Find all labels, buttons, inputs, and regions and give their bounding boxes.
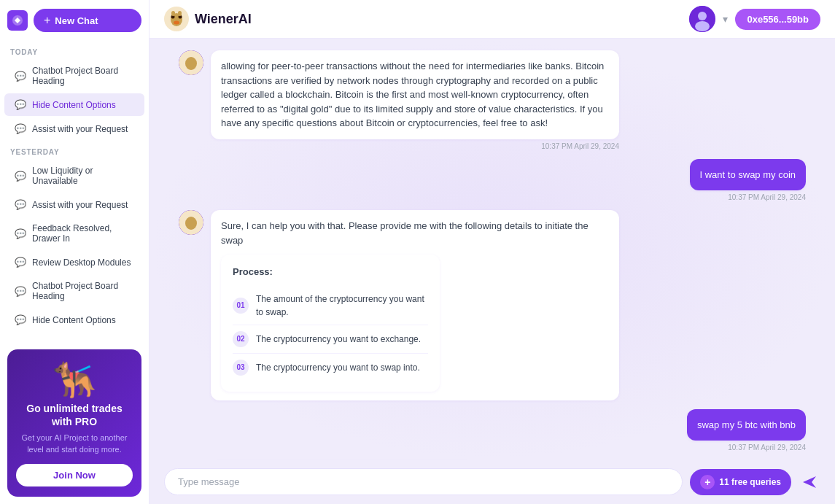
message-input[interactable] [178, 476, 669, 487]
chat-item-label: Low Liquidity or Unavailable [32, 166, 134, 186]
chat-icon: 💬 [15, 123, 26, 134]
wallet-address-button[interactable]: 0xe556...59bb [735, 9, 820, 30]
message-text: I want to swap my coin [700, 169, 796, 180]
brand-logo-icon [164, 7, 189, 31]
plus-icon: + [44, 14, 50, 27]
pro-banner: 🐕‍🦺 Go unlimited trades with PRO Get you… [7, 349, 141, 497]
process-step-3: 03 The cryptocurrency you want to swap i… [233, 354, 428, 381]
chat-item-label: Hide Content Options [32, 315, 116, 325]
main-chat-area: WienerAI ▾ 0xe556...59bb allowing for pe… [149, 0, 835, 504]
message-bubble-swap-help: Sure, I can help you with that. Please p… [211, 210, 619, 400]
step-text-1: The amount of the cryptocurrency you wan… [256, 292, 428, 319]
svg-point-9 [698, 12, 707, 20]
user-avatar[interactable] [689, 6, 715, 32]
svg-point-12 [185, 57, 197, 70]
chat-icon: 💬 [15, 286, 26, 297]
brand: WienerAI [164, 7, 252, 31]
pro-mascot: 🐕‍🦺 [16, 360, 133, 400]
process-step-2: 02 The cryptocurrency you want to exchan… [233, 325, 428, 354]
chat-item-label: Feedback Resolved, Drawer In [32, 223, 134, 244]
message-row-swap-request: I want to swap my coin 10:37 PM April 29… [179, 159, 806, 202]
message-wrapper: Sure, I can help you with that. Please p… [211, 210, 619, 400]
chat-item-label: Hide Content Options [32, 100, 116, 110]
input-bar: + 11 free queries [149, 460, 835, 504]
queries-label: 11 free queries [719, 477, 781, 487]
step-text-2: The cryptocurrency you want to exchange. [256, 333, 421, 346]
message-wrapper: allowing for peer-to-peer transactions w… [211, 50, 619, 150]
chat-icon: 💬 [15, 228, 26, 239]
chat-item-label: Chatbot Project Board Heading [32, 66, 134, 86]
message-text: swap my 5 btc with bnb [697, 419, 796, 430]
svg-point-14 [185, 217, 197, 230]
topbar-right: ▾ 0xe556...59bb [689, 6, 820, 32]
assistant-avatar [179, 50, 203, 75]
topbar: WienerAI ▾ 0xe556...59bb [149, 0, 835, 39]
step-number-3: 03 [233, 360, 249, 376]
plus-symbol: + [704, 476, 710, 488]
today-chat-item-2[interactable]: 💬 Hide Content Options [4, 93, 144, 116]
yesterday-chat-item-6[interactable]: 💬 Hide Content Options [4, 309, 144, 331]
message-time: 10:37 PM April 29, 2024 [728, 443, 806, 451]
pro-title: Go unlimited trades with PRO [16, 402, 133, 428]
avatar-dropdown-icon[interactable]: ▾ [723, 13, 728, 25]
svg-rect-6 [171, 11, 175, 16]
svg-rect-7 [178, 11, 182, 16]
message-input-wrap [164, 468, 683, 495]
send-button[interactable] [799, 471, 820, 493]
chat-item-label: Chatbot Project Board Heading [32, 281, 134, 301]
message-time: 10:37 PM April 29, 2024 [211, 142, 619, 150]
sidebar-header: + New Chat [0, 0, 149, 41]
assistant-avatar [179, 210, 203, 235]
step-text-3: The cryptocurrency you want to swap into… [256, 361, 420, 374]
chat-icon: 💬 [15, 71, 26, 82]
process-card: Process: 01 The amount of the cryptocurr… [221, 255, 440, 392]
svg-point-5 [174, 21, 179, 25]
yesterday-chat-item-1[interactable]: 💬 Low Liquidity or Unavailable [4, 160, 144, 192]
process-step-1: 01 The amount of the cryptocurrency you … [233, 287, 428, 325]
message-row-swap-help: Sure, I can help you with that. Please p… [179, 210, 806, 400]
chat-item-label: Assist with your Request [32, 124, 128, 134]
queries-badge[interactable]: + 11 free queries [690, 469, 791, 495]
message-text: Sure, I can help you with that. Please p… [221, 220, 589, 246]
join-now-button[interactable]: Join Now [16, 464, 133, 486]
chat-item-label: Assist with your Request [32, 200, 128, 210]
yesterday-chat-item-5[interactable]: 💬 Chatbot Project Board Heading [4, 275, 144, 307]
step-number-1: 01 [233, 298, 249, 314]
pro-subtitle: Get your AI Project to another level and… [16, 433, 133, 455]
message-row-swap-btc: swap my 5 btc with bnb 10:37 PM April 29… [179, 409, 806, 452]
yesterday-chat-item-4[interactable]: 💬 Review Desktop Modules [4, 251, 144, 274]
step-number-2: 02 [233, 331, 249, 347]
new-chat-button[interactable]: + New Chat [34, 9, 141, 32]
message-bubble-btc-info: allowing for peer-to-peer transactions w… [211, 50, 619, 139]
svg-point-10 [695, 21, 710, 31]
chat-icon: 💬 [15, 314, 26, 325]
message-time: 10:37 PM April 29, 2024 [728, 193, 806, 201]
brand-name: WienerAI [195, 12, 252, 27]
app-logo [7, 10, 28, 31]
new-chat-label: New Chat [55, 15, 98, 26]
message-text: allowing for peer-to-peer transactions w… [221, 61, 604, 128]
message-bubble-swap-request: I want to swap my coin [690, 159, 807, 191]
chat-item-label: Review Desktop Modules [32, 257, 131, 268]
plus-circle-icon: + [700, 475, 715, 489]
today-chat-item-1[interactable]: 💬 Chatbot Project Board Heading [4, 60, 144, 92]
message-wrapper: swap my 5 btc with bnb 10:37 PM April 29… [687, 409, 806, 452]
chat-icon: 💬 [15, 99, 26, 110]
chat-icon: 💬 [15, 257, 26, 268]
yesterday-chat-item-2[interactable]: 💬 Assist with your Request [4, 193, 144, 216]
message-row-btc-info: allowing for peer-to-peer transactions w… [179, 50, 806, 150]
process-title: Process: [233, 265, 428, 279]
yesterday-chat-item-3[interactable]: 💬 Feedback Resolved, Drawer In [4, 217, 144, 249]
today-section-label: TODAY [0, 41, 149, 59]
message-bubble-swap-btc: swap my 5 btc with bnb [687, 409, 806, 441]
today-chat-item-3[interactable]: 💬 Assist with your Request [4, 117, 144, 140]
chat-icon: 💬 [15, 199, 26, 210]
message-wrapper: I want to swap my coin 10:37 PM April 29… [690, 159, 807, 202]
chat-messages-container: allowing for peer-to-peer transactions w… [149, 39, 835, 460]
sidebar: + New Chat TODAY 💬 Chatbot Project Board… [0, 0, 149, 504]
yesterday-section-label: YESTERDAY [0, 141, 149, 159]
chat-icon: 💬 [15, 171, 26, 182]
send-icon [801, 474, 817, 490]
